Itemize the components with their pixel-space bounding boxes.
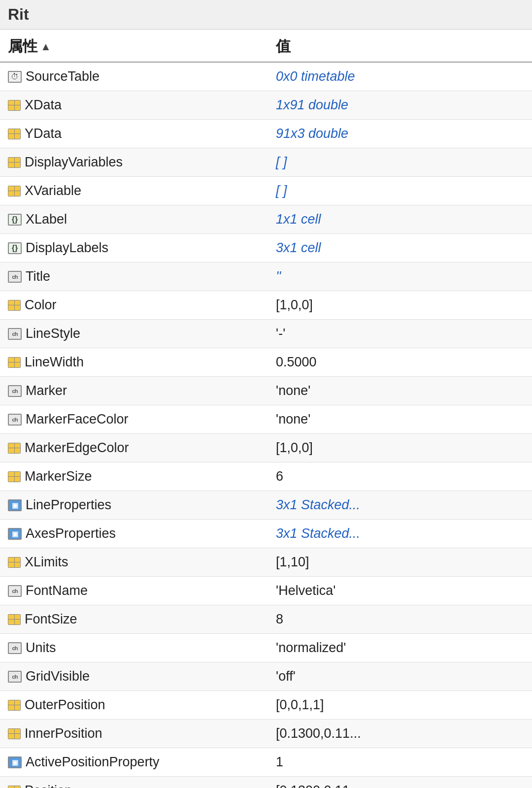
attr-cell: InnerPosition — [0, 722, 266, 745]
table-row[interactable]: ⏱ SourceTable 0x0 timetable — [0, 63, 532, 91]
attr-name: GridVisible — [26, 669, 90, 684]
attr-name: DisplayLabels — [26, 240, 108, 256]
attr-name: Marker — [26, 383, 67, 398]
attr-cell: Position — [0, 779, 266, 788]
attr-name: LineWidth — [25, 355, 84, 370]
table-row[interactable]: {} DisplayLabels 3x1 cell — [0, 234, 532, 263]
table-row[interactable]: FontSize 8 — [0, 605, 532, 634]
attr-cell: ch Units — [0, 636, 266, 659]
table-row[interactable]: Position [0.1300,0.11... — [0, 777, 532, 788]
table-row[interactable]: XVariable [ ] — [0, 177, 532, 205]
table-row[interactable]: ▣ ActivePositionProperty 1 — [0, 748, 532, 777]
val-cell: 'none' — [266, 408, 532, 431]
table-row[interactable]: ch GridVisible 'off' — [0, 662, 532, 691]
attr-cell: ▣ ActivePositionProperty — [0, 751, 266, 774]
grid-icon — [8, 471, 21, 482]
clock-icon: ⏱ — [8, 71, 22, 83]
attr-cell: XVariable — [0, 179, 266, 202]
attr-cell: ⏱ SourceTable — [0, 65, 266, 88]
attr-cell: XLimits — [0, 551, 266, 574]
table-row[interactable]: {} XLabel 1x1 cell — [0, 205, 532, 234]
attr-cell: YData — [0, 122, 266, 145]
val-cell: '' — [266, 265, 532, 288]
table-row[interactable]: XData 1x91 double — [0, 91, 532, 120]
table-row[interactable]: YData 91x3 double — [0, 120, 532, 148]
val-header-label: 值 — [276, 38, 291, 54]
attr-cell: ch LineStyle — [0, 322, 266, 345]
attr-cell: {} XLabel — [0, 208, 266, 231]
val-cell: [ ] — [266, 151, 532, 174]
attr-name: SourceTable — [26, 69, 100, 84]
3d-icon: ▣ — [8, 756, 22, 768]
attr-name: ActivePositionProperty — [26, 755, 160, 770]
attr-name: Title — [26, 269, 50, 284]
val-cell: [0.1300,0.11... — [266, 722, 532, 745]
table-row[interactable]: LineWidth 0.5000 — [0, 348, 532, 377]
3d-icon: ▣ — [8, 499, 22, 511]
attr-name: YData — [25, 126, 62, 141]
curly-icon: {} — [8, 242, 22, 254]
curly-icon: {} — [8, 214, 22, 226]
attr-cell: XData — [0, 94, 266, 117]
attr-cell: {} DisplayLabels — [0, 236, 266, 260]
table-row[interactable]: Color [1,0,0] — [0, 291, 532, 320]
val-cell: [0,0,1,1] — [266, 693, 532, 717]
grid-icon — [8, 614, 21, 625]
table-header: 属性 ▲ 值 — [0, 30, 532, 63]
grid-icon — [8, 157, 21, 168]
grid-icon — [8, 700, 21, 711]
table-row[interactable]: MarkerSize 6 — [0, 462, 532, 491]
table-row[interactable]: ch FontName 'Helvetica' — [0, 577, 532, 605]
attr-name: InnerPosition — [25, 726, 102, 741]
attr-cell: FontSize — [0, 608, 266, 631]
attr-cell: MarkerEdgeColor — [0, 436, 266, 460]
sort-icon[interactable]: ▲ — [40, 40, 51, 53]
val-cell: 3x1 Stacked... — [266, 493, 532, 517]
table-row[interactable]: XLimits [1,10] — [0, 548, 532, 577]
attr-name: LineProperties — [26, 497, 111, 513]
table-row[interactable]: ch Title '' — [0, 263, 532, 291]
attr-name: FontSize — [25, 612, 77, 627]
attr-cell: ▣ AxesProperties — [0, 522, 266, 545]
grid-icon — [8, 728, 21, 739]
grid-icon — [8, 443, 21, 454]
table-row[interactable]: ch MarkerFaceColor 'none' — [0, 405, 532, 434]
val-cell: 8 — [266, 608, 532, 631]
val-cell: 3x1 Stacked... — [266, 522, 532, 545]
top-bar: Rit — [0, 0, 532, 30]
attr-cell: LineWidth — [0, 351, 266, 374]
table-row[interactable]: InnerPosition [0.1300,0.11... — [0, 720, 532, 748]
table-row[interactable]: ch Units 'normalized' — [0, 634, 532, 662]
attr-cell: MarkerSize — [0, 465, 266, 488]
attr-name: Color — [25, 297, 57, 313]
attr-cell: ch GridVisible — [0, 665, 266, 688]
table-row[interactable]: ch Marker 'none' — [0, 377, 532, 405]
attr-column-header[interactable]: 属性 ▲ — [0, 36, 266, 57]
attr-name: OuterPosition — [25, 697, 105, 713]
attr-cell: ch MarkerFaceColor — [0, 408, 266, 431]
ch-icon: ch — [8, 585, 22, 597]
table-row[interactable]: ▣ AxesProperties 3x1 Stacked... — [0, 520, 532, 548]
val-cell: 'normalized' — [266, 636, 532, 659]
table-body: ⏱ SourceTable 0x0 timetable XData 1x91 d… — [0, 63, 532, 788]
val-cell: [1,0,0] — [266, 294, 532, 317]
attr-name: XData — [25, 98, 62, 113]
attr-name: MarkerEdgeColor — [25, 440, 129, 456]
attr-name: MarkerSize — [25, 469, 92, 484]
grid-icon — [8, 786, 21, 788]
table-row[interactable]: MarkerEdgeColor [1,0,0] — [0, 434, 532, 462]
grid-icon — [8, 129, 21, 139]
grid-icon — [8, 186, 21, 197]
3d-icon: ▣ — [8, 528, 22, 540]
table-row[interactable]: OuterPosition [0,0,1,1] — [0, 691, 532, 720]
val-cell: 1x1 cell — [266, 208, 532, 231]
table-row[interactable]: DisplayVariables [ ] — [0, 148, 532, 177]
ch-icon: ch — [8, 642, 22, 654]
attr-name: XLimits — [25, 555, 68, 570]
top-bar-label: Rit — [8, 5, 29, 24]
val-cell: 'off' — [266, 665, 532, 688]
val-cell: [1,0,0] — [266, 436, 532, 460]
table-row[interactable]: ▣ LineProperties 3x1 Stacked... — [0, 491, 532, 520]
table-row[interactable]: ch LineStyle '-' — [0, 320, 532, 348]
attr-name: LineStyle — [26, 326, 80, 341]
